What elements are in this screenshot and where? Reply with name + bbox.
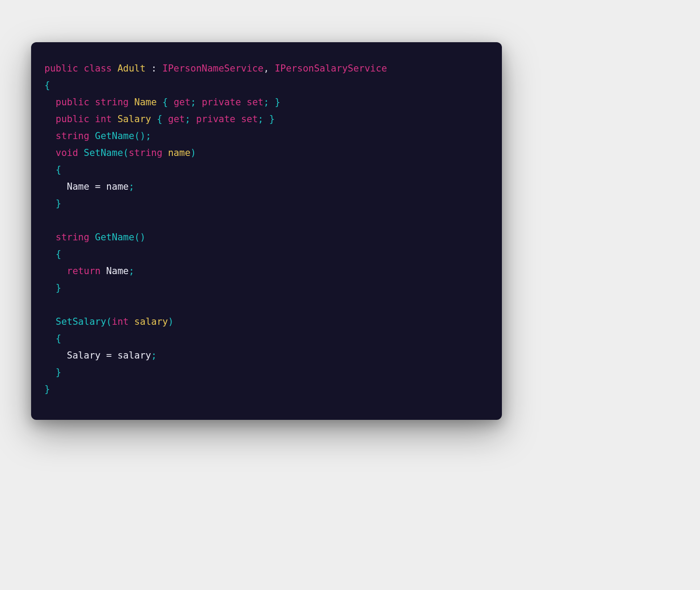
kw-return: return xyxy=(67,266,101,276)
open-paren: ( xyxy=(106,316,112,327)
kw-int: int xyxy=(95,114,112,124)
var-name: Name xyxy=(67,181,90,192)
kw-get: get xyxy=(174,97,191,108)
kw-string: string xyxy=(95,97,129,108)
var-salary: Salary xyxy=(67,350,101,361)
code-block: public class Adult : IPersonNameService,… xyxy=(44,60,489,398)
kw-private: private xyxy=(196,114,235,124)
semi: ; xyxy=(258,114,264,124)
open-brace: { xyxy=(163,97,168,108)
class-name: Adult xyxy=(117,63,145,74)
fn-getname: GetName xyxy=(95,131,135,141)
close-paren: ) xyxy=(168,316,174,327)
param-name: name xyxy=(168,148,191,158)
close-paren: ) xyxy=(140,131,146,141)
close-brace: } xyxy=(269,114,275,124)
close-brace: } xyxy=(56,283,61,293)
iface-1: IPersonNameService xyxy=(163,63,264,74)
kw-public: public xyxy=(44,63,78,74)
semi: ; xyxy=(185,114,191,124)
kw-int: int xyxy=(112,316,129,327)
kw-class: class xyxy=(84,63,112,74)
semi: ; xyxy=(129,266,135,276)
kw-string: string xyxy=(129,148,163,158)
semi: ; xyxy=(129,181,135,192)
kw-void: void xyxy=(56,148,78,158)
open-brace: { xyxy=(44,80,50,91)
iface-2: IPersonSalaryService xyxy=(274,63,387,74)
open-paren: ( xyxy=(134,232,140,243)
prop-salary: Salary xyxy=(117,114,151,124)
code-card: public class Adult : IPersonNameService,… xyxy=(31,42,502,420)
kw-public: public xyxy=(56,97,89,108)
semi: ; xyxy=(191,97,196,108)
kw-string: string xyxy=(56,131,89,141)
prop-name: Name xyxy=(134,97,157,108)
var-name: Name xyxy=(106,266,129,276)
comma: , xyxy=(263,63,274,74)
eq: = xyxy=(100,350,117,361)
close-brace: } xyxy=(44,384,50,395)
close-paren: ) xyxy=(191,148,196,158)
param-salary: salary xyxy=(134,316,168,327)
kw-get: get xyxy=(168,114,185,124)
kw-public: public xyxy=(56,114,89,124)
param-salary: salary xyxy=(117,350,151,361)
open-brace: { xyxy=(56,249,61,259)
kw-private: private xyxy=(202,97,241,108)
open-paren: ( xyxy=(123,148,129,158)
fn-setsalary: SetSalary xyxy=(56,316,106,327)
stage: public class Adult : IPersonNameService,… xyxy=(0,0,700,590)
open-brace: { xyxy=(56,333,61,344)
eq: = xyxy=(89,181,106,192)
close-brace: } xyxy=(56,367,61,378)
semi: ; xyxy=(151,350,157,361)
kw-string: string xyxy=(56,232,89,243)
open-brace: { xyxy=(56,164,61,175)
kw-set: set xyxy=(241,114,258,124)
colon: : xyxy=(146,63,163,74)
param-name: name xyxy=(106,181,129,192)
close-brace: } xyxy=(275,97,281,108)
open-paren: ( xyxy=(134,131,140,141)
kw-set: set xyxy=(247,97,263,108)
close-paren: ) xyxy=(140,232,146,243)
open-brace: { xyxy=(157,114,163,124)
semi: ; xyxy=(263,97,269,108)
fn-setname: SetName xyxy=(84,148,123,158)
fn-getname: GetName xyxy=(95,232,135,243)
close-brace: } xyxy=(56,198,61,209)
semi: ; xyxy=(146,131,151,141)
